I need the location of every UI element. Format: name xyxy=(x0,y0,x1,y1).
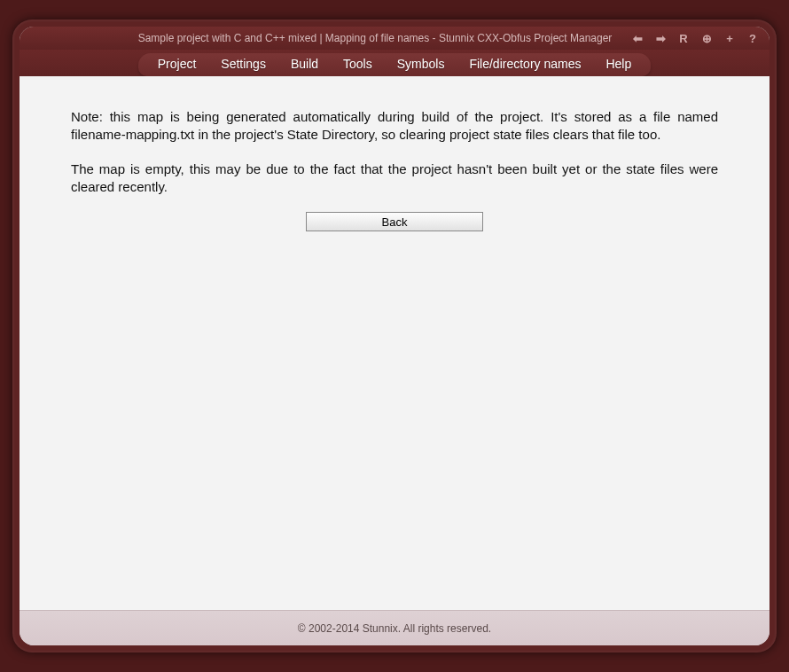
empty-map-text: The map is empty, this may be due to the… xyxy=(71,160,718,197)
back-button[interactable]: Back xyxy=(306,212,483,231)
add-icon[interactable]: + xyxy=(723,32,736,45)
window-title: Sample project with C and C++ mixed | Ma… xyxy=(119,32,631,44)
window-frame: Sample project with C and C++ mixed | Ma… xyxy=(12,20,777,652)
window-inner: Sample project with C and C++ mixed | Ma… xyxy=(20,27,769,645)
footer: © 2002-2014 Stunnix. All rights reserved… xyxy=(20,610,769,645)
menu-build[interactable]: Build xyxy=(291,57,318,71)
menu-tools[interactable]: Tools xyxy=(343,57,372,71)
menu-settings[interactable]: Settings xyxy=(221,57,266,71)
reload-icon[interactable]: R xyxy=(677,32,690,45)
note-text: Note: this map is being generated automa… xyxy=(71,108,718,145)
copyright-text: © 2002-2014 Stunnix. All rights reserved… xyxy=(298,622,491,635)
forward-arrow-icon[interactable]: ➡ xyxy=(654,32,667,45)
menubar: Project Settings Build Tools Symbols Fil… xyxy=(138,53,652,76)
zoom-in-icon[interactable]: ⊕ xyxy=(700,32,713,45)
back-arrow-icon[interactable]: ⬅ xyxy=(631,32,644,45)
menubar-container: Project Settings Build Tools Symbols Fil… xyxy=(20,50,769,76)
titlebar: Sample project with C and C++ mixed | Ma… xyxy=(20,27,769,50)
titlebar-controls: ⬅ ➡ R ⊕ + ? xyxy=(631,32,759,45)
menu-help[interactable]: Help xyxy=(605,57,631,71)
content-area: Note: this map is being generated automa… xyxy=(20,76,769,610)
menu-symbols[interactable]: Symbols xyxy=(397,57,445,71)
menu-file-directory-names[interactable]: File/directory names xyxy=(469,57,581,71)
menu-project[interactable]: Project xyxy=(158,57,197,71)
help-icon[interactable]: ? xyxy=(746,32,759,45)
